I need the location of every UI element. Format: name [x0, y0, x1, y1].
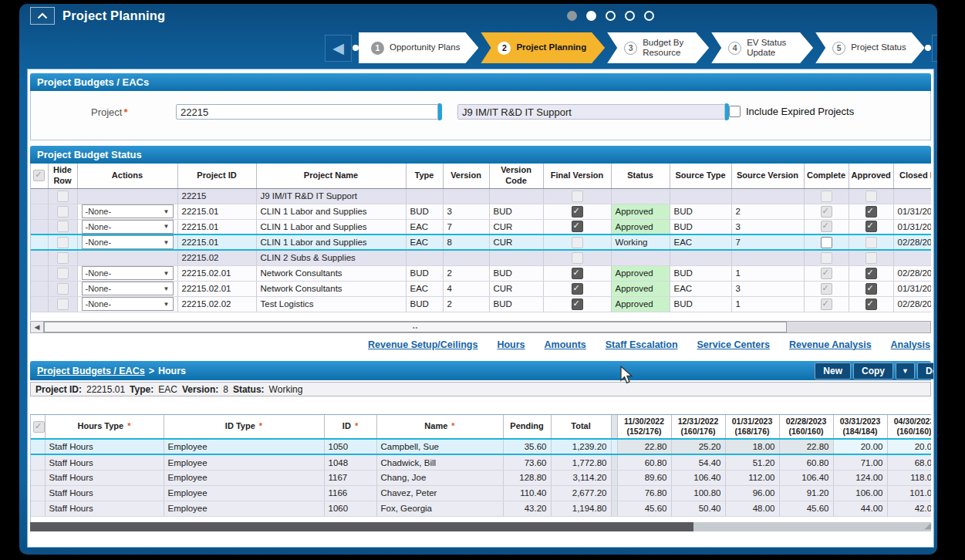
cell-month-03/31/2023[interactable]: 106.00	[833, 485, 887, 501]
cell-name: Fox, Georgia	[376, 501, 503, 516]
wizard-step-1[interactable]: 1Opportunity Plans	[359, 32, 478, 63]
link-amounts[interactable]: Amounts	[545, 339, 586, 350]
wizard-step-5[interactable]: 5Project Status	[815, 32, 925, 63]
link-service-centers[interactable]: Service Centers	[697, 339, 771, 350]
step-label: EV Status Update	[747, 38, 795, 58]
cell-complete	[804, 234, 849, 250]
cell-hours_type: Staff Hours	[45, 454, 164, 470]
budget-row[interactable]: -None-▼22215.01CLIN 1 Labor and Supplies…	[31, 234, 931, 250]
final-version-checkbox[interactable]	[572, 283, 583, 295]
delete-button[interactable]: Delete	[917, 363, 934, 380]
new-button[interactable]: New	[815, 363, 851, 380]
actions-dropdown[interactable]: -None-▼	[82, 220, 174, 234]
cell-month-03/31/2023[interactable]: 20.00	[833, 439, 887, 454]
cell-month-11/30/2022: 22.80	[617, 439, 671, 454]
include-expired-checkbox[interactable]	[729, 106, 741, 117]
actions-dropdown[interactable]: -None-▼	[82, 204, 174, 218]
hours-table-scrollbar[interactable]: ◢	[30, 522, 931, 531]
cell-month-04/30/2023[interactable]: 101.00	[887, 485, 931, 501]
hours-row[interactable]: Staff HoursEmployee1060Fox, Georgia43.20…	[31, 501, 931, 516]
resize-grip-icon[interactable]: ◢	[925, 521, 931, 530]
cell-final_version	[543, 219, 611, 234]
scrollbar-thumb[interactable]	[30, 522, 693, 531]
progress-dot-4[interactable]	[625, 11, 635, 21]
wizard-next-button[interactable]: ▶	[932, 35, 937, 62]
project-input[interactable]	[176, 104, 438, 120]
actions-dropdown-value: -None-	[86, 222, 112, 231]
frozen-pane-divider	[611, 501, 617, 516]
cell-month-04/30/2023[interactable]: 20.00	[887, 439, 931, 454]
approved-checkbox[interactable]	[865, 283, 877, 295]
cell-month-12/31/2022: 50.40	[671, 501, 725, 516]
actions-dropdown[interactable]: -None-▼	[82, 297, 174, 311]
wizard-prev-button[interactable]: ◀	[325, 35, 352, 62]
progress-dot-2[interactable]	[586, 11, 596, 21]
cell-month-04/30/2023[interactable]: 42.00	[887, 501, 931, 516]
actions-dropdown[interactable]: -None-▼	[82, 235, 174, 249]
cell-final_version	[543, 234, 611, 250]
cell-id: 1166	[324, 485, 376, 501]
link-analysis[interactable]: Analysis	[891, 339, 930, 350]
approved-checkbox[interactable]	[865, 299, 877, 310]
breadcrumb-link-project-budgets-eacs[interactable]: Project Budgets / EACs	[37, 366, 145, 376]
final-version-checkbox[interactable]	[572, 299, 583, 310]
cell-approved	[849, 296, 893, 312]
actions-dropdown[interactable]: -None-▼	[82, 266, 174, 280]
cell-actions	[77, 188, 177, 204]
link-staff-escalation[interactable]: Staff Escalation	[606, 339, 678, 350]
cell-month-04/30/2023[interactable]: 68.00	[887, 454, 931, 470]
progress-dot-3[interactable]	[606, 11, 616, 21]
wizard-step-3[interactable]: 3Budget By Resource	[607, 32, 709, 63]
budget-row[interactable]: -None-▼22215.02.01Network ConsultantsEAC…	[31, 281, 931, 296]
budget-row[interactable]: 22215.02CLIN 2 Subs & Supplies	[31, 250, 931, 265]
link-revenue-setup-ceilings[interactable]: Revenue Setup/Ceilings	[368, 339, 477, 350]
hours-row[interactable]: Staff HoursEmployee1167Chang, Joe128.803…	[31, 470, 931, 485]
link-hours[interactable]: Hours	[497, 339, 525, 350]
final-version-checkbox[interactable]	[572, 221, 583, 232]
hours-row[interactable]: Staff HoursEmployee1166Chavez, Peter110.…	[31, 485, 931, 501]
hours-row[interactable]: Staff HoursEmployee1048Chadwick, Bill73.…	[31, 454, 931, 470]
budget-row[interactable]: -None-▼22215.02.01Network ConsultantsBUD…	[31, 265, 931, 281]
scroll-left-arrow-icon[interactable]: ◀	[31, 322, 44, 332]
cell-month-04/30/2023[interactable]: 118.00	[887, 470, 931, 485]
wizard-step-4[interactable]: 4EV Status Update	[711, 32, 813, 63]
hide-row-checkbox	[57, 283, 69, 295]
cell-project_name: Network Consultants	[256, 281, 406, 296]
section-header-project-budgets-eacs: Project Budgets / EACs	[30, 73, 931, 91]
cell-month-03/31/2023[interactable]: 71.00	[833, 454, 887, 470]
actions-dropdown[interactable]: -None-▼	[82, 282, 174, 295]
hours-row[interactable]: Staff HoursEmployee1050Campbell, Sue35.6…	[31, 439, 931, 454]
wizard-step-2[interactable]: 2Project Planning	[481, 32, 605, 63]
complete-checkbox[interactable]	[821, 237, 832, 248]
select-all-checkbox	[33, 170, 45, 181]
copy-menu-button[interactable]: ▼	[896, 363, 915, 380]
cell-month-03/31/2023[interactable]: 44.00	[833, 501, 887, 516]
month-capacity: (168/176)	[728, 427, 777, 437]
link-revenue-analysis[interactable]: Revenue Analysis	[789, 339, 872, 350]
progress-dot-1[interactable]	[567, 11, 577, 21]
budget-row[interactable]: -None-▼22215.02.02Test LogisticsBUD2BUDA…	[31, 296, 931, 312]
collapse-button[interactable]	[30, 7, 55, 25]
cell-version	[443, 250, 489, 265]
budget-row[interactable]: 22215J9 IM/IT R&D IT Support	[31, 188, 931, 204]
cell-month-03/31/2023[interactable]: 124.00	[833, 470, 887, 485]
budget-status-table-container: Hide RowActionsProject IDProject NameTyp…	[30, 164, 931, 320]
complete-checkbox	[821, 221, 832, 232]
final-version-checkbox[interactable]	[572, 268, 583, 279]
column-header-type: Type	[406, 164, 443, 188]
cell-final_version	[543, 250, 611, 265]
approved-checkbox[interactable]	[865, 221, 877, 232]
copy-button[interactable]: Copy	[853, 363, 893, 380]
month-date: 03/31/2023	[836, 417, 885, 427]
scrollbar-thumb[interactable]	[44, 322, 787, 332]
budget-row[interactable]: -None-▼22215.01CLIN 1 Labor and Supplies…	[31, 204, 931, 219]
progress-dot-5[interactable]	[644, 11, 654, 21]
final-version-checkbox[interactable]	[572, 206, 583, 218]
cell-type: EAC	[406, 234, 443, 250]
budget-row[interactable]: -None-▼22215.01CLIN 1 Labor and Supplies…	[31, 219, 931, 234]
cell-project_id: 22215.01	[177, 219, 256, 234]
approved-checkbox[interactable]	[865, 268, 877, 279]
budget-table-scrollbar[interactable]: ◀	[30, 321, 931, 333]
approved-checkbox[interactable]	[865, 206, 877, 218]
month-column-header: 12/31/2022(160/176)	[671, 415, 725, 439]
